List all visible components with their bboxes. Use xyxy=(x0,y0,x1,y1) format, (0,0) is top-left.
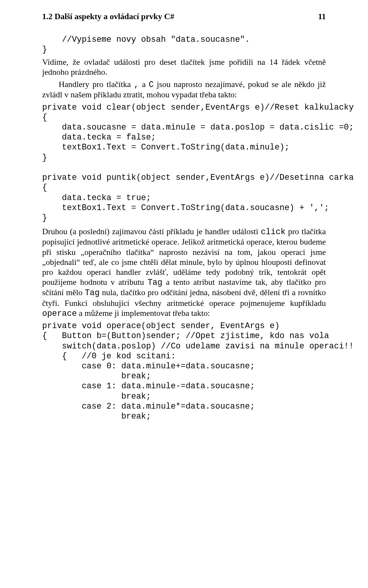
inline-code-operace: operace xyxy=(42,309,77,318)
text: a xyxy=(139,80,149,89)
paragraph-1b: Handlery pro tlačítka , a C jsou naprost… xyxy=(42,79,326,100)
text: Druhou (a poslední) zajímavou částí přík… xyxy=(42,227,261,236)
inline-code-click: click xyxy=(261,227,286,237)
code-block-1: //Vypiseme novy obsah "data.soucasne". } xyxy=(42,34,326,54)
paragraph-1: Vidíme, že ovladač události pro deset tl… xyxy=(42,57,326,77)
code-block-2: private void clear(object sender,EventAr… xyxy=(42,102,326,223)
code-line: } xyxy=(42,45,47,54)
text: Handlery pro tlačítka xyxy=(59,80,134,89)
paragraph-2: Druhou (a poslední) zajímavou částí přík… xyxy=(42,227,326,319)
code-block-3: private void operace(object sender, Even… xyxy=(42,321,326,421)
inline-code-comma: , xyxy=(134,80,139,89)
code-line: //Vypiseme novy obsah "data.soucasne". xyxy=(42,35,250,44)
text: a můžeme ji implementovat třeba takto: xyxy=(77,309,210,318)
inline-code-tag1: Tag xyxy=(148,278,163,287)
inline-code-tag2: Tag xyxy=(85,288,100,297)
section-title: 1.2 Další aspekty a ovládací prvky C# xyxy=(42,11,174,21)
page-header: 1.2 Další aspekty a ovládací prvky C# 11 xyxy=(42,11,326,21)
page-number: 11 xyxy=(318,11,326,21)
text: Vidíme, že ovladač události pro deset tl… xyxy=(42,57,326,77)
inline-code-C: C xyxy=(149,80,154,89)
page: 1.2 Další aspekty a ovládací prvky C# 11… xyxy=(0,0,368,588)
